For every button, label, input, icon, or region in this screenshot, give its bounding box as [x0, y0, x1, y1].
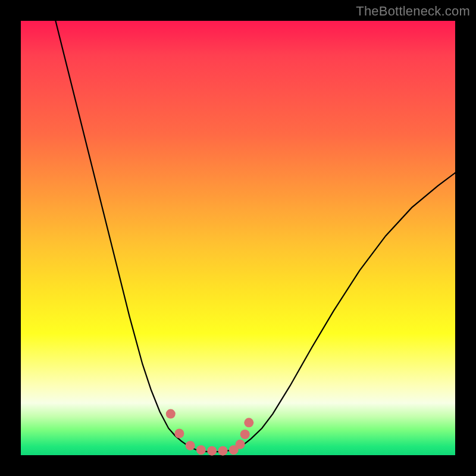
marker-dot: [218, 446, 228, 456]
bottleneck-curve: [55, 21, 455, 452]
marker-dot: [186, 441, 195, 450]
marker-dot: [196, 445, 206, 455]
marker-dot: [236, 440, 245, 449]
marker-dot: [174, 429, 184, 439]
watermark-text: TheBottleneck.com: [356, 4, 470, 19]
marker-dot: [240, 430, 250, 439]
marker-dot: [166, 409, 176, 419]
curve-markers: [166, 409, 254, 456]
marker-dot: [207, 446, 217, 456]
marker-dot: [244, 418, 253, 427]
plot-area: [21, 21, 455, 455]
chart-svg: [21, 21, 455, 455]
chart-frame: TheBottleneck.com: [0, 0, 476, 476]
